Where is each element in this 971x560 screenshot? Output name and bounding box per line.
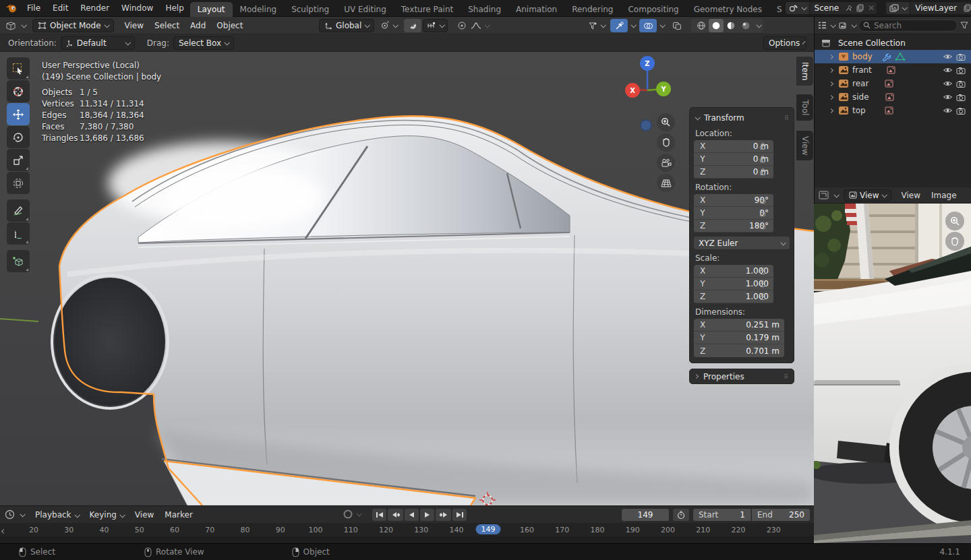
- camera-view-button[interactable]: [657, 154, 675, 172]
- tool-transform[interactable]: [7, 172, 30, 194]
- tool-move[interactable]: [7, 103, 30, 125]
- hide-eye-icon[interactable]: [943, 53, 953, 60]
- mode-dropdown[interactable]: Object Mode: [32, 19, 114, 32]
- dimensions-x-field[interactable]: X0.251 m: [694, 319, 784, 332]
- mesh-data-icon[interactable]: [895, 53, 905, 61]
- disable-render-camera-icon[interactable]: [956, 53, 966, 61]
- timeline-view-menu[interactable]: View: [129, 510, 159, 520]
- sidebar-tab-tool[interactable]: Tool: [796, 94, 813, 121]
- outliner-scene-collection[interactable]: Scene Collection: [815, 36, 971, 50]
- image-data-icon[interactable]: [885, 106, 893, 115]
- viewport-3d[interactable]: User Perspective (Local) (149) Scene Col…: [0, 52, 814, 505]
- outliner-item-side[interactable]: side: [815, 90, 971, 104]
- zoom-view-button[interactable]: [657, 113, 675, 131]
- outliner-display-mode-dropdown[interactable]: [817, 21, 835, 30]
- gizmo-minus-z-axis[interactable]: [640, 119, 652, 131]
- tool-add-cube[interactable]: [7, 250, 30, 272]
- viewlayer-name[interactable]: ViewLayer: [910, 3, 962, 13]
- view-menu[interactable]: View: [119, 21, 149, 30]
- tool-select-box[interactable]: [7, 57, 30, 80]
- gizmo-x-axis[interactable]: X: [625, 83, 640, 98]
- prev-frame-button[interactable]: [405, 509, 419, 521]
- sidebar-tab-item[interactable]: Item: [796, 57, 813, 86]
- tool-rotate[interactable]: [7, 126, 30, 148]
- lock-scale-x-icon[interactable]: [759, 267, 768, 275]
- outliner-item-frant[interactable]: frant: [815, 63, 971, 77]
- scene-selector[interactable]: Scene ✕: [785, 1, 878, 15]
- gizmo-y-axis[interactable]: Y: [656, 82, 671, 96]
- marker-menu[interactable]: Marker: [159, 510, 198, 520]
- toggle-ortho-button[interactable]: [657, 174, 675, 192]
- image-pan-button[interactable]: [945, 232, 964, 251]
- expand-icon[interactable]: [829, 108, 833, 113]
- blender-logo-icon[interactable]: [5, 3, 17, 13]
- disable-render-camera-icon[interactable]: [956, 67, 966, 74]
- hide-eye-icon[interactable]: [943, 94, 953, 100]
- workspace-tab-sculpting[interactable]: Sculpting: [284, 2, 336, 17]
- lock-scale-y-icon[interactable]: [759, 280, 768, 288]
- workspace-tab-rendering[interactable]: Rendering: [564, 2, 620, 17]
- image-image-menu[interactable]: Image: [926, 191, 962, 200]
- navigation-gizmo[interactable]: Z X Y: [620, 55, 674, 102]
- new-viewlayer-icon[interactable]: [964, 4, 971, 12]
- image-data-icon[interactable]: [885, 93, 894, 101]
- menu-edit[interactable]: Edit: [47, 0, 74, 17]
- current-frame-field[interactable]: 149: [622, 509, 669, 521]
- lock-location-y-icon[interactable]: [759, 155, 768, 163]
- disable-render-camera-icon[interactable]: [956, 80, 966, 88]
- outliner-item-top[interactable]: top: [815, 104, 971, 117]
- hide-eye-icon[interactable]: [943, 67, 953, 73]
- frame-start-field[interactable]: Start1: [693, 509, 751, 521]
- current-frame-indicator[interactable]: 149: [476, 524, 501, 534]
- pin-icon[interactable]: [846, 5, 852, 12]
- menu-file[interactable]: File: [21, 0, 47, 17]
- keying-menu[interactable]: Keying: [84, 510, 129, 520]
- shading-rendered-button[interactable]: [738, 19, 753, 32]
- overlays-toggle[interactable]: [639, 19, 657, 32]
- tool-annotate[interactable]: [7, 199, 30, 222]
- outliner-item-body[interactable]: body: [815, 50, 971, 63]
- disable-render-camera-icon[interactable]: [956, 94, 966, 101]
- select-menu[interactable]: Select: [149, 21, 185, 30]
- xray-toggle[interactable]: [668, 19, 686, 32]
- snap-target-dropdown[interactable]: [423, 19, 448, 32]
- panel-drag-dots[interactable]: ⠿: [784, 115, 790, 121]
- workspace-tab-animation[interactable]: Animation: [508, 2, 564, 17]
- menu-render[interactable]: Render: [74, 0, 115, 17]
- disable-render-camera-icon[interactable]: [956, 107, 966, 115]
- options-dropdown[interactable]: Options: [763, 36, 806, 50]
- lock-rotation-z-icon[interactable]: [759, 222, 768, 230]
- next-keyframe-button[interactable]: [436, 509, 451, 521]
- image-editor-mode-dropdown[interactable]: View: [844, 189, 891, 201]
- menu-window[interactable]: Window: [115, 0, 159, 17]
- workspace-tab-scripting[interactable]: S: [769, 2, 782, 17]
- pivot-point-dropdown[interactable]: [380, 21, 397, 30]
- frame-end-field[interactable]: End250: [752, 509, 810, 521]
- shading-solid-button[interactable]: [709, 19, 724, 32]
- outliner-filter-dropdown[interactable]: [839, 22, 856, 30]
- outliner-item-rear[interactable]: rear: [815, 77, 971, 90]
- sidebar-tab-view[interactable]: View: [796, 131, 813, 160]
- tool-scale[interactable]: [7, 149, 30, 171]
- orientation-dropdown[interactable]: Default: [61, 36, 135, 50]
- new-scene-icon[interactable]: [856, 4, 864, 12]
- viewlayer-icon[interactable]: [886, 2, 910, 14]
- lock-rotation-y-icon[interactable]: [759, 209, 768, 217]
- timeline-editor-type-icon[interactable]: [5, 509, 15, 520]
- outliner-filter-funnel-icon[interactable]: [960, 22, 968, 29]
- viewlayer-selector[interactable]: ViewLayer ✕: [885, 1, 971, 15]
- jump-to-start-button[interactable]: [372, 509, 386, 521]
- prev-keyframe-button[interactable]: [388, 509, 403, 521]
- hide-eye-icon[interactable]: [943, 80, 953, 87]
- outliner-search-input[interactable]: Search: [858, 20, 958, 32]
- unlink-scene-icon[interactable]: ✕: [868, 3, 875, 13]
- image-data-icon[interactable]: [885, 80, 893, 88]
- lock-rotation-x-icon[interactable]: [759, 196, 768, 204]
- timeline-scroll-strip[interactable]: [0, 536, 814, 543]
- image-editor-type-icon[interactable]: [819, 191, 829, 199]
- object-visibility-dropdown[interactable]: [588, 22, 605, 30]
- tool-cursor[interactable]: [7, 80, 30, 102]
- auto-key-toggle[interactable]: [343, 509, 361, 520]
- workspace-tab-uv-editing[interactable]: UV Editing: [336, 2, 394, 17]
- tool-measure[interactable]: [7, 222, 30, 245]
